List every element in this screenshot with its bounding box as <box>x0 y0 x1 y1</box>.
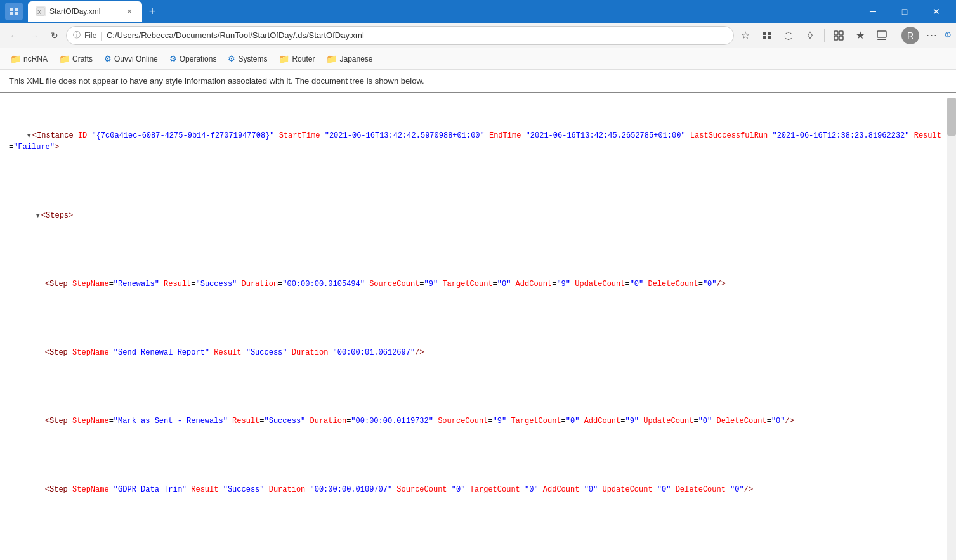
vertical-scrollbar[interactable] <box>947 98 956 560</box>
folder-icon: 📁 <box>59 54 70 64</box>
active-tab[interactable]: X StartOfDay.xml × <box>28 1 142 22</box>
bookmark-label: Router <box>292 55 315 63</box>
nav-separator <box>824 29 825 42</box>
address-input[interactable] <box>107 30 727 40</box>
bookmark-label: Japanese <box>339 55 372 63</box>
xml-line-instance: ▼<Instance ID="{7c0a41ec-6087-4275-9b14-… <box>9 119 947 164</box>
bookmark-systems[interactable]: ⚙ Systems <box>223 51 272 66</box>
folder-icon: 📁 <box>10 54 21 64</box>
xml-step-gdpr: <Step StepName="GDPR Data Trim" Result="… <box>9 472 947 507</box>
refresh-button[interactable]: ↻ <box>46 27 63 44</box>
extensions-button[interactable] <box>830 27 848 44</box>
xml-step-renewal-report: <Step StepName="Send Renewal Report" Res… <box>9 335 947 370</box>
svg-rect-6 <box>763 32 766 35</box>
svg-rect-12 <box>834 36 838 40</box>
close-button[interactable]: ✕ <box>922 0 951 23</box>
shield-button[interactable]: ◊ <box>801 27 819 44</box>
collapse-instance[interactable]: ▼ <box>27 133 31 140</box>
svg-rect-11 <box>839 31 843 35</box>
bookmark-crafts[interactable]: 📁 Crafts <box>54 51 98 67</box>
bookmark-label: Ouvvi Online <box>114 55 158 63</box>
gear-icon: ⚙ <box>169 54 177 63</box>
tab-title: StartOfDay.xml <box>49 7 100 16</box>
svg-rect-2 <box>10 12 13 15</box>
back-button[interactable]: ← <box>5 27 23 44</box>
svg-rect-3 <box>15 12 18 15</box>
bookmark-label: Systems <box>238 55 267 63</box>
bookmark-ouvvi[interactable]: ⚙ Ouvvi Online <box>99 51 163 66</box>
svg-rect-9 <box>768 36 771 39</box>
bookmark-router[interactable]: 📁 Router <box>273 51 320 67</box>
nav-separator2 <box>896 29 896 42</box>
favorites-bar-button[interactable]: ★ <box>851 27 869 44</box>
bookmark-label: Operations <box>180 55 217 63</box>
xml-info-bar: This XML file does not appear to have an… <box>0 70 956 93</box>
profile-button[interactable]: R <box>901 27 919 44</box>
address-bar-container[interactable]: ⓘ File | <box>66 26 734 45</box>
bookmarks-bar: 📁 ncRNA 📁 Crafts ⚙ Ouvvi Online ⚙ Operat… <box>0 48 956 70</box>
address-separator: | <box>100 30 103 41</box>
window-controls: ─ □ ✕ <box>858 0 951 23</box>
window-icon <box>5 3 23 20</box>
nav-bar: ← → ↻ ⓘ File | ☆ ◌ ◊ ★ R ··· ① <box>0 23 956 48</box>
xml-info-text: This XML file does not appear to have an… <box>9 76 424 86</box>
xml-step-renewals: <Step StepName="Renewals" Result="Succes… <box>9 267 947 301</box>
xml-step-mark-as-sent: <Step StepName="Mark as Sent - Renewals"… <box>9 404 947 438</box>
svg-rect-8 <box>763 36 766 39</box>
file-label: File <box>84 31 96 40</box>
minimize-button[interactable]: ─ <box>858 0 887 23</box>
svg-rect-13 <box>839 36 843 40</box>
tab-favicon: X <box>36 6 46 16</box>
collapse-steps[interactable]: ▼ <box>36 212 40 219</box>
collections-button[interactable] <box>758 27 776 44</box>
title-bar: X StartOfDay.xml × + ─ □ ✕ <box>0 0 956 23</box>
new-tab-button[interactable]: + <box>143 3 161 20</box>
bookmark-label: Crafts <box>72 55 93 63</box>
bookmark-ncRNA[interactable]: 📁 ncRNA <box>5 51 53 67</box>
gear-icon: ⚙ <box>104 54 112 63</box>
scrollbar-thumb[interactable] <box>947 98 956 136</box>
xml-content-area[interactable]: ▼<Instance ID="{7c0a41ec-6087-4275-9b14-… <box>0 93 956 545</box>
history-button[interactable]: ◌ <box>780 27 797 44</box>
gear-icon: ⚙ <box>228 54 235 63</box>
favorites-star-button[interactable]: ☆ <box>737 27 754 44</box>
svg-rect-7 <box>768 32 771 35</box>
svg-rect-14 <box>877 31 886 37</box>
svg-rect-10 <box>834 31 838 35</box>
xml-steps-open: ▼<Steps> <box>9 199 947 233</box>
forward-button[interactable]: → <box>25 27 43 44</box>
close-tab-button[interactable]: × <box>124 6 134 16</box>
nav-icons-right: ☆ ◌ ◊ ★ R ··· ① <box>737 27 951 44</box>
xml-step-license: <Step StepName="License Key Backup" Resu… <box>9 541 947 545</box>
info-icon: ⓘ <box>73 30 81 41</box>
more-options-button[interactable]: ··· <box>923 27 941 44</box>
maximize-button[interactable]: □ <box>890 0 919 23</box>
svg-rect-0 <box>10 8 13 11</box>
bookmark-operations[interactable]: ⚙ Operations <box>164 51 222 66</box>
folder-icon: 📁 <box>278 54 289 64</box>
tab-preview-button[interactable] <box>873 27 891 44</box>
svg-rect-1 <box>15 8 18 11</box>
folder-icon: 📁 <box>326 54 337 64</box>
svg-text:X: X <box>37 9 41 15</box>
bookmark-japanese[interactable]: 📁 Japanese <box>321 51 377 67</box>
bookmark-label: ncRNA <box>23 55 48 63</box>
tab-bar: X StartOfDay.xml × + <box>28 1 161 22</box>
extension-badge: ① <box>945 31 951 39</box>
svg-rect-15 <box>877 39 886 40</box>
